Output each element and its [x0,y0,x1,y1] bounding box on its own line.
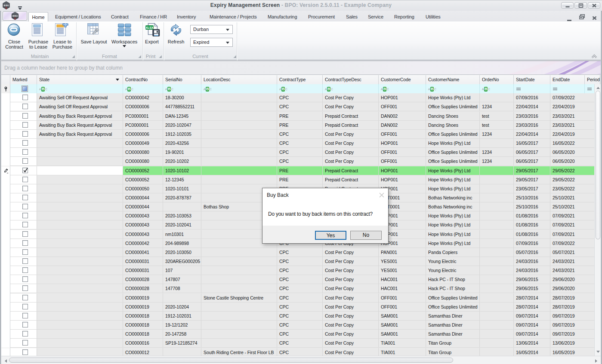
svg-text:XLSX: XLSX [145,26,154,29]
